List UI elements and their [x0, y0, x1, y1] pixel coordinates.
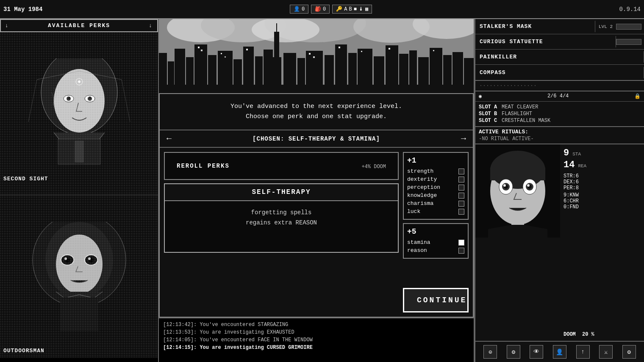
stat-perception-checkbox[interactable]	[458, 185, 464, 191]
icon-btn-up[interactable]: ↑	[576, 345, 590, 359]
arrow-left-perks: ↓	[5, 22, 9, 29]
stat-row-strength: strength	[407, 167, 464, 175]
inventory-item-compass[interactable]: COMPASS	[475, 65, 644, 80]
inventory-item-stalkers-mask[interactable]: STALKER'S MASK LVL 2	[475, 19, 644, 34]
stat-plus1-header: +1	[407, 156, 464, 165]
big-stat1-label: STA	[572, 152, 581, 157]
stat-row-knowledge: knowledge	[407, 191, 464, 199]
icon-btn-gear2[interactable]: ⚙	[622, 345, 636, 359]
doom-label: DOOM	[564, 332, 576, 337]
svg-rect-68	[221, 53, 222, 54]
svg-point-26	[88, 257, 91, 260]
stat-a: A	[344, 6, 347, 12]
arrow-right-perks: ↓	[149, 22, 153, 29]
dialog-nav: ← [CHOSEN: SELF-THERAPY & STAMINA] →	[160, 130, 473, 148]
right-bottom-icons: ⊙ ⚙ 👁 👤 ↑ ⚔ ⚙	[475, 341, 644, 362]
icon-btn-person[interactable]: 👤	[553, 345, 566, 359]
inv-name-painkiller: PAINKILLER	[475, 51, 644, 63]
reroll-box[interactable]: REROLL PERKS +4% DOOM	[164, 152, 399, 180]
reroll-label: REROLL PERKS	[177, 163, 230, 169]
log-line-1: [12:13:42]: You've encountered STARGAZIN…	[163, 321, 469, 329]
key-box: 🔑 A B ■ 🌡 ▦	[332, 5, 372, 14]
svg-rect-65	[159, 85, 474, 93]
icon-btn-sword[interactable]: ⚔	[599, 345, 613, 359]
svg-rect-74	[361, 51, 362, 52]
lock-icon-small: 🔒	[634, 93, 641, 99]
center-panel: You've advanced to the next experience l…	[159, 19, 475, 362]
dialog-main-text: You've advanced to the next experience l…	[168, 102, 464, 122]
stat-charisma-checkbox[interactable]	[458, 201, 464, 207]
main-area: ↓ AVAILABLE PERKS ↓	[0, 19, 644, 362]
outdoorsman-label: OUTDOORSMAN	[3, 348, 44, 354]
slots-area: SLOT A MEAT CLEAVER SLOT B FLASHLIGHT SL…	[475, 102, 644, 127]
second-sight-label: SECOND SIGHT	[3, 176, 48, 182]
stat-stamina-checkbox[interactable]	[458, 240, 464, 246]
stat-c: ■	[354, 6, 357, 12]
big-stat1-value: 9	[564, 148, 569, 158]
compass-dots: .................	[475, 81, 644, 91]
continue-button[interactable]: CONTINUE	[403, 288, 469, 312]
svg-rect-70	[246, 49, 248, 50]
svg-rect-27	[60, 297, 98, 331]
stat-reason-checkbox[interactable]	[458, 248, 464, 254]
inv-bar-statuette	[616, 39, 641, 45]
log-line-4: [12:14:15]: You are investigating CURSED…	[163, 344, 469, 351]
icon-btn-eye[interactable]: ⊙	[483, 345, 497, 359]
svg-rect-69	[225, 56, 226, 58]
key-icon: 🔑	[336, 6, 342, 12]
stat-dexterity-checkbox[interactable]	[458, 177, 464, 182]
skyline-area	[159, 19, 474, 93]
icon-btn-view[interactable]: 👁	[530, 345, 543, 359]
perk-title: SELF-THERAPY	[165, 184, 398, 201]
perks-header: ↓ AVAILABLE PERKS ↓	[0, 19, 158, 32]
inventory-item-statuette[interactable]: CURIOUS STATUETTE	[475, 34, 644, 50]
rituals-value: -NO RITUAL ACTIVE-	[479, 136, 641, 142]
resource2-box: 🎒 0	[311, 5, 330, 14]
perk-box[interactable]: SELF-THERAPY forgetting spells regains e…	[164, 183, 399, 253]
inv-bar-stalkers-mask	[616, 24, 641, 30]
svg-point-20	[56, 235, 103, 294]
bag-icon: 🎒	[315, 6, 321, 12]
reroll-cost: +4% DOOM	[361, 164, 386, 170]
stat-b: B	[349, 6, 352, 12]
slot-b-value: FLASHLIGHT	[502, 111, 532, 117]
svg-point-84	[503, 184, 506, 187]
nav-right-arrow[interactable]: →	[461, 134, 466, 144]
stat-section-plus5: +5 stamina reason	[403, 223, 469, 259]
log-line-2: [12:13:53]: You are investigating EXHAUS…	[163, 329, 469, 336]
portrait-area: SECOND SIGHT	[0, 32, 158, 358]
big-stat2-value: 14	[564, 160, 575, 170]
log-area: [12:13:42]: You've encountered STARGAZIN…	[159, 318, 474, 362]
right-portrait-img	[475, 144, 560, 238]
slot-a-row: SLOT A MEAT CLEAVER	[479, 104, 641, 110]
stat-knowledge-checkbox[interactable]	[458, 193, 464, 199]
date-display: 31 May 1984	[3, 6, 42, 13]
icon-btn-gear1[interactable]: ⚙	[507, 345, 520, 359]
game-container: 31 May 1984 👤 0 🎒 0 🔑 A B ■ 🌡 ▦ 0.9.14	[0, 0, 644, 362]
slot-a-value: MEAT CLEAVER	[502, 104, 538, 110]
svg-rect-72	[313, 56, 315, 58]
stat-strength-checkbox[interactable]	[458, 169, 464, 174]
right-panel: STALKER'S MASK LVL 2 CURIOUS STATUETTE P…	[475, 19, 644, 362]
svg-rect-66	[198, 47, 200, 48]
stat-knw: 9:KNW	[564, 192, 641, 198]
inv-name-stalkers-mask: STALKER'S MASK	[475, 21, 595, 32]
stat-row-charisma: charisma	[407, 199, 464, 207]
stat-charisma-label: charisma	[407, 200, 433, 207]
stat-luck-checkbox[interactable]	[458, 209, 464, 215]
stat-per: PER:8	[564, 185, 641, 191]
inventory-item-painkiller[interactable]: PAINKILLER	[475, 50, 644, 65]
slot-c-label: SLOT C	[479, 118, 500, 124]
stat-stamina-label: stamina	[407, 239, 430, 246]
inv-name-statuette: CURIOUS STATUETTE	[475, 36, 616, 47]
slot-a-label: SLOT A	[479, 104, 500, 110]
stat-reason-label: reason	[407, 247, 427, 254]
big-stat2-label: REA	[578, 163, 586, 169]
svg-rect-75	[389, 48, 390, 50]
eye-icon-small: ◉	[479, 93, 482, 99]
nav-left-arrow[interactable]: ←	[167, 134, 172, 144]
slot-b-row: SLOT B FLASHLIGHT	[479, 111, 641, 117]
inv-name-compass: COMPASS	[475, 67, 644, 78]
dialog-text-box: You've advanced to the next experience l…	[160, 94, 473, 130]
stat-dexterity-label: dexterity	[407, 176, 437, 182]
